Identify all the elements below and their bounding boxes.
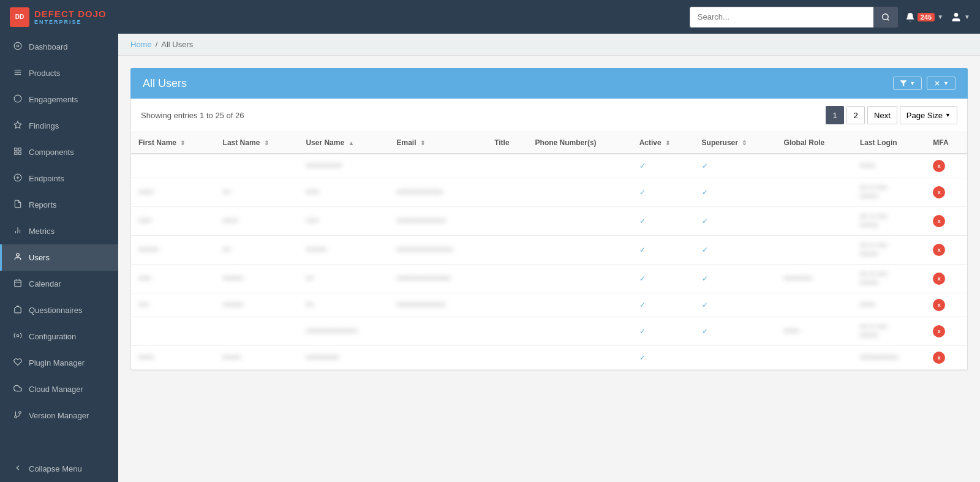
table-cell: ✓ [632,207,695,236]
table-cell: •••••••••••••••••••••• [390,236,488,265]
sidebar-item-version-manager[interactable]: Version Manager [0,402,118,429]
sidebar-item-questionnaires[interactable]: Questionnaires [0,297,118,323]
table-cell: ••••••••••••••••••••• [390,265,488,293]
endpoints-icon [13,173,23,184]
table-cell [131,317,216,346]
table-cell: ••••••••••• [777,265,853,293]
svg-rect-13 [15,152,17,154]
actions-button[interactable]: ▼ [927,77,956,90]
plugin-manager-icon [13,358,23,368]
table-cell: ••• [216,178,299,207]
reports-icon [13,200,23,210]
table-row: ••••••••••••••••••••✓✓••••••••• •• •••• … [131,317,967,346]
table-cell [528,178,632,207]
svg-point-27 [19,412,21,414]
app-name: DEFECT DOJO [34,9,107,19]
sidebar-item-configuration[interactable]: Configuration [0,323,118,350]
table-cell: ✓ [632,293,695,317]
table-cell: •••••• [131,178,216,207]
notif-chevron[interactable]: ▼ [937,13,943,20]
sidebar-item-collapse-menu[interactable]: Collapse Menu [0,456,118,482]
table-cell: ••••• [298,178,389,207]
sidebar-item-dashboard[interactable]: Dashboard [0,34,118,60]
notifications-badge: 245 [918,13,935,21]
table-cell: •••••• [853,293,925,317]
col-email[interactable]: Email ⇕ [390,132,488,154]
search-button[interactable] [873,7,898,28]
col-superuser[interactable]: Superuser ⇕ [695,132,777,154]
svg-point-20 [17,254,20,257]
col-last-name[interactable]: Last Name ⇕ [216,132,299,154]
sidebar-item-findings[interactable]: Findings [0,113,118,139]
page-2-button[interactable]: 2 [846,106,865,124]
svg-rect-11 [18,148,21,151]
table-cell: ✓ [632,317,695,346]
table-cell: x [925,293,967,317]
logo: DD DEFECT DOJO ENTERPRISE [10,7,107,27]
filter-button[interactable]: ▼ [893,77,922,90]
page-size-button[interactable]: Page Size ▼ [900,106,957,124]
svg-line-1 [888,18,889,20]
table-cell: •••••• [131,346,216,370]
sidebar-item-cloud-manager[interactable]: Cloud Manager [0,376,118,402]
sidebar-item-engagements[interactable]: Engagements [0,86,118,113]
col-first-name[interactable]: First Name ⇕ [131,132,216,154]
sidebar-item-products[interactable]: Products [0,60,118,86]
table-cell: x [925,178,967,207]
sidebar-item-reports[interactable]: Reports [0,192,118,218]
collapse-menu-icon [13,464,23,474]
version-manager-icon [13,410,23,421]
table-cell [487,207,527,236]
user-chevron[interactable]: ▼ [964,13,970,20]
user-menu-button[interactable]: ▼ [951,12,970,23]
table-cell: •••• [131,293,216,317]
table-cell [390,346,488,370]
table-cell: •••••• [216,207,299,236]
table-row: •••••••••••••••••••••••••••••••••••✓✓•••… [131,207,967,236]
breadcrumb-home[interactable]: Home [130,40,152,49]
main-content: Home / All Users All Users ▼ [118,34,980,482]
sidebar-item-calendar[interactable]: Calendar [0,271,118,297]
table-cell [487,317,527,346]
actions-chevron: ▼ [943,80,949,86]
sidebar-label-dashboard: Dashboard [29,42,68,51]
sidebar-label-components: Components [29,148,74,157]
engagements-icon [13,94,23,105]
col-phone: Phone Number(s) [528,132,632,154]
table-section: Showing entries 1 to 25 of 26 1 2 Next P… [130,99,968,371]
findings-icon [13,121,23,131]
next-button[interactable]: Next [867,106,897,124]
svg-point-4 [17,45,19,47]
app-subtitle: ENTERPRISE [34,19,82,25]
sidebar-item-endpoints[interactable]: Endpoints [0,165,118,192]
notifications-button[interactable]: 245 ▼ [905,12,943,22]
pagination-controls: 1 2 Next Page Size ▼ [826,106,957,124]
sidebar-label-engagements: Engagements [29,95,78,104]
table-cell: ✓ [695,293,777,317]
svg-rect-21 [15,280,21,287]
col-global-role: Global Role [777,132,853,154]
col-user-name[interactable]: User Name ▲ [298,132,389,154]
table-cell [528,265,632,293]
page-1-button[interactable]: 1 [826,106,844,124]
sidebar-item-metrics[interactable]: Metrics [0,218,118,244]
sidebar-item-users[interactable]: Users [0,244,118,271]
table-row: ••••••••••••••••••••••••••✓•••••••••••••… [131,346,967,370]
table-cell: •••••••••••••••••••• [298,317,389,346]
table-cell [777,236,853,265]
sidebar-item-plugin-manager[interactable]: Plugin Manager [0,350,118,376]
table-cell: ••••• [298,207,389,236]
table-cell: ••••••••••••• [298,346,389,370]
svg-point-28 [15,416,17,418]
table-row: ••••••••••••••••••••••••••••••••••••••••… [131,236,967,265]
sidebar-item-components[interactable]: Components [0,139,118,165]
col-active[interactable]: Active ⇕ [632,132,695,154]
table-cell [131,154,216,178]
svg-point-2 [954,13,958,17]
table-cell: •••••••••••••••••• [390,178,488,207]
table-cell: ••••••••••••••••••• [390,293,488,317]
table-cell: •••••••• [298,236,389,265]
sidebar-label-calendar: Calendar [29,279,61,288]
search-input[interactable] [690,7,873,28]
sidebar-label-reports: Reports [29,200,57,209]
